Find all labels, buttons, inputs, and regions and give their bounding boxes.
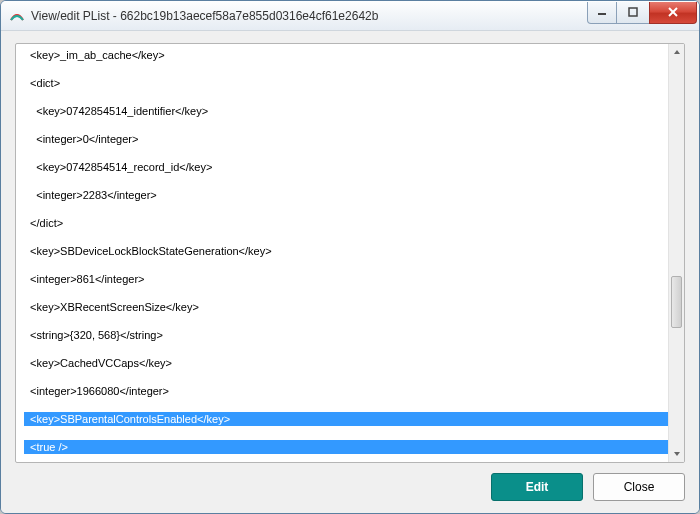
plist-line[interactable]: <key>0742854514_identifier</key> <box>24 104 668 118</box>
window-controls <box>588 2 699 24</box>
plist-line[interactable]: <true /> <box>24 440 668 454</box>
plist-line[interactable]: <key>CachedVCCaps</key> <box>24 356 668 370</box>
maximize-icon <box>628 7 638 17</box>
edit-button[interactable]: Edit <box>491 473 583 501</box>
plist-line[interactable]: <integer>2283</integer> <box>24 188 668 202</box>
plist-line[interactable]: <integer>0</integer> <box>24 132 668 146</box>
chevron-down-icon <box>673 450 681 458</box>
plist-content[interactable]: <key>_im_ab_cache</key> <dict> <key>0742… <box>16 44 668 462</box>
plist-textbox[interactable]: <key>_im_ab_cache</key> <dict> <key>0742… <box>15 43 685 463</box>
scroll-up-arrow[interactable] <box>669 44 684 60</box>
dialog-window: View/edit PList - 662bc19b13aecef58a7e85… <box>0 0 700 514</box>
scroll-track[interactable] <box>669 60 684 446</box>
plist-line[interactable]: <string>{320, 568}</string> <box>24 328 668 342</box>
scroll-thumb[interactable] <box>671 276 682 328</box>
minimize-icon <box>597 7 607 17</box>
titlebar[interactable]: View/edit PList - 662bc19b13aecef58a7e85… <box>1 1 699 31</box>
client-area: <key>_im_ab_cache</key> <dict> <key>0742… <box>1 31 699 513</box>
svg-rect-1 <box>629 8 637 16</box>
plist-line[interactable]: <key>XBRecentScreenSize</key> <box>24 300 668 314</box>
close-window-button[interactable] <box>649 2 697 24</box>
maximize-button[interactable] <box>616 2 650 24</box>
minimize-button[interactable] <box>587 2 617 24</box>
svg-marker-4 <box>674 50 680 54</box>
window-title: View/edit PList - 662bc19b13aecef58a7e85… <box>31 9 588 23</box>
plist-line[interactable]: <integer>861</integer> <box>24 272 668 286</box>
vertical-scrollbar[interactable] <box>668 44 684 462</box>
svg-marker-5 <box>674 452 680 456</box>
svg-rect-0 <box>598 13 606 15</box>
close-icon <box>667 6 679 18</box>
plist-line[interactable]: <dict> <box>24 76 668 90</box>
plist-line[interactable]: <key>SBDeviceLockBlockStateGeneration</k… <box>24 244 668 258</box>
plist-line[interactable]: </dict> <box>24 216 668 230</box>
plist-line[interactable]: <key>_im_ab_cache</key> <box>24 48 668 62</box>
chevron-up-icon <box>673 48 681 56</box>
app-icon <box>9 8 25 24</box>
plist-line[interactable]: <integer>1966080</integer> <box>24 384 668 398</box>
scroll-down-arrow[interactable] <box>669 446 684 462</box>
plist-line[interactable]: <key>SBParentalControlsEnabled</key> <box>24 412 668 426</box>
plist-line[interactable]: <key>0742854514_record_id</key> <box>24 160 668 174</box>
close-button[interactable]: Close <box>593 473 685 501</box>
button-row: Edit Close <box>15 463 685 501</box>
